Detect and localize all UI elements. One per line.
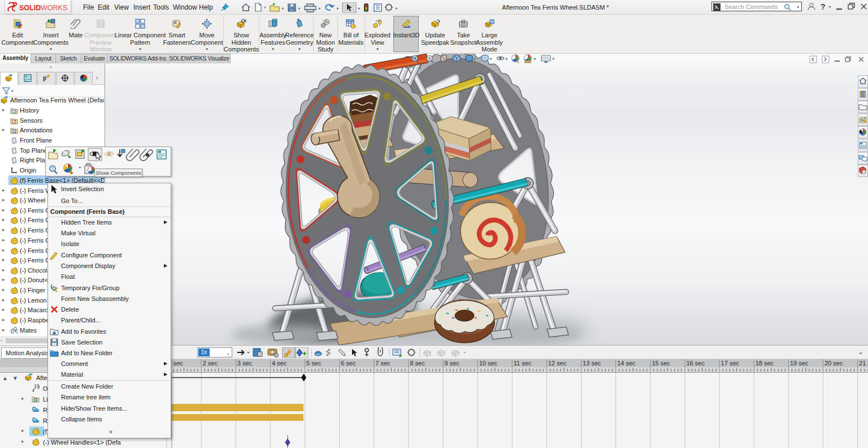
svg-text:?: ? xyxy=(821,2,826,11)
svg-text:WORKS: WORKS xyxy=(41,4,67,12)
svg-text:20 sec: 20 sec xyxy=(824,360,843,367)
svg-text:2 sec: 2 sec xyxy=(203,360,218,367)
svg-text:15 sec: 15 sec xyxy=(652,360,670,367)
svg-text:4 sec: 4 sec xyxy=(272,360,287,367)
svg-text:21 sec: 21 sec xyxy=(859,360,868,367)
svg-text:17 sec: 17 sec xyxy=(721,360,740,367)
svg-text:19 sec: 19 sec xyxy=(790,360,809,367)
svg-text:12 sec: 12 sec xyxy=(548,360,567,367)
svg-text:x: x xyxy=(399,355,401,358)
svg-text:SOLID: SOLID xyxy=(19,4,41,12)
svg-text:β: β xyxy=(43,75,46,81)
svg-text:14 sec: 14 sec xyxy=(617,360,636,367)
svg-text:13 sec: 13 sec xyxy=(583,360,601,367)
svg-text:16 sec: 16 sec xyxy=(687,360,705,367)
svg-text:11 sec: 11 sec xyxy=(514,360,532,367)
svg-text:10 sec: 10 sec xyxy=(479,360,498,367)
svg-text:3 sec: 3 sec xyxy=(237,360,253,367)
svg-text:9 sec: 9 sec xyxy=(445,360,460,367)
svg-text:6 sec: 6 sec xyxy=(341,360,356,367)
svg-text:A: A xyxy=(13,130,15,133)
svg-text:18 sec: 18 sec xyxy=(756,360,774,367)
svg-text:7 sec: 7 sec xyxy=(375,360,390,367)
svg-text:8 sec: 8 sec xyxy=(410,360,425,367)
svg-text:5 sec: 5 sec xyxy=(306,360,322,367)
